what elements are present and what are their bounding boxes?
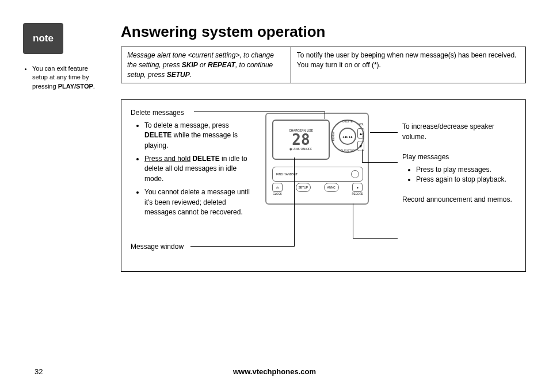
leader-line — [362, 149, 363, 163]
play-heading: Play messages — [402, 152, 517, 162]
leader-line — [353, 238, 398, 239]
delete-item-2: Press and hold DELETE in idle to delete … — [144, 154, 251, 184]
wheel-center-icon: ◂◂ ▸ ▸▸ — [339, 128, 356, 145]
device-screen: CHARGE/IN USE 28 ⏻ ANS ON/OFF — [272, 120, 330, 160]
record-callout: Record announcement and memos. — [402, 195, 517, 205]
page-footer: 32 www.vtechphones.com — [35, 367, 514, 376]
leader-line — [370, 132, 398, 133]
t: DELETE — [190, 155, 220, 163]
message-count: 28 — [292, 132, 310, 147]
record-label: RECORD — [352, 193, 363, 195]
sidebar: note You can exit feature setup at any t… — [23, 23, 101, 91]
handset-icon — [351, 170, 359, 178]
delete-messages-section: Delete messages To delete a message, pre… — [131, 108, 251, 221]
setup-button: SETUP — [296, 183, 311, 192]
setting-description: To notify the user by beeping when new m… — [291, 47, 525, 83]
volume-callout: To increase/decrease speaker volume. — [402, 122, 517, 142]
leader-line — [362, 162, 398, 163]
clock-button: ◷ — [272, 183, 283, 192]
record-button: ● — [352, 183, 363, 192]
find-handset-row: FIND HANDSET — [272, 167, 363, 182]
message-window-label: Message window — [131, 243, 184, 251]
diagram-box: Delete messages To delete a message, pre… — [121, 99, 526, 272]
manual-page: note You can exit feature setup at any t… — [23, 23, 526, 369]
sidebar-tip-post: . — [93, 83, 95, 90]
delete-heading: Delete messages — [131, 108, 251, 118]
annc-button: ANNC — [324, 183, 339, 192]
note-badge: note — [23, 23, 63, 54]
t: SETUP — [167, 71, 190, 79]
leader-line — [294, 157, 295, 247]
right-callouts: To increase/decrease speaker volume. Pla… — [402, 122, 517, 215]
setting-info-row: Message alert tone <current setting>, to… — [121, 47, 526, 83]
sidebar-tip: You can exit feature setup at any time b… — [32, 64, 101, 91]
clock-label: CLOCK — [273, 193, 282, 195]
delete-item-3: You cannot delete a message until it's b… — [144, 187, 251, 217]
wheel-playstop-label: PLAY/STOP — [341, 149, 355, 152]
delete-item-1: To delete a message, press DELETE while … — [144, 121, 251, 151]
vol-down-button: ▾ — [357, 141, 364, 151]
vol-label: VOL — [357, 123, 365, 126]
sidebar-tip-list: You can exit feature setup at any time b… — [23, 64, 101, 91]
footer-url: www.vtechphones.com — [35, 367, 514, 376]
t: REPEAT — [208, 61, 235, 69]
play-callout: Play messages Press to play messages. Pr… — [402, 152, 517, 185]
bottom-button-row: ◷CLOCK SETUP ANNC ●RECORD — [272, 183, 363, 199]
device-illustration: CHARGE/IN USE 28 ⏻ ANS ON/OFF DELETE PLA… — [265, 113, 369, 205]
play-item-1: Press to play messages. — [416, 165, 517, 175]
page-title: Answering system operation — [121, 23, 526, 41]
t: DELETE — [144, 131, 171, 139]
vol-up-button: ▴ — [357, 128, 364, 139]
leader-line — [325, 112, 325, 119]
t: To delete a message, press — [144, 121, 229, 129]
setting-prompt: Message alert tone <current setting>, to… — [121, 47, 291, 83]
wheel-repeat-label: REPEAT — [332, 131, 335, 141]
wheel-delete-label: DELETE — [342, 120, 353, 123]
t: . — [190, 71, 192, 79]
t: Press and hold — [144, 155, 190, 163]
leader-line — [190, 246, 294, 247]
main-content: Answering system operation Message alert… — [121, 23, 526, 272]
volume-controls: VOL ▴ ▾ — [357, 123, 365, 151]
play-item-2: Press again to stop playback. — [416, 175, 517, 185]
leader-line — [194, 112, 325, 112]
ans-onoff-label: ⏻ ANS ON/OFF — [289, 147, 312, 151]
leader-line — [353, 203, 353, 239]
sidebar-tip-bold: PLAY/STOP — [58, 83, 93, 90]
t: SKIP — [182, 61, 198, 69]
t: or — [198, 61, 208, 69]
